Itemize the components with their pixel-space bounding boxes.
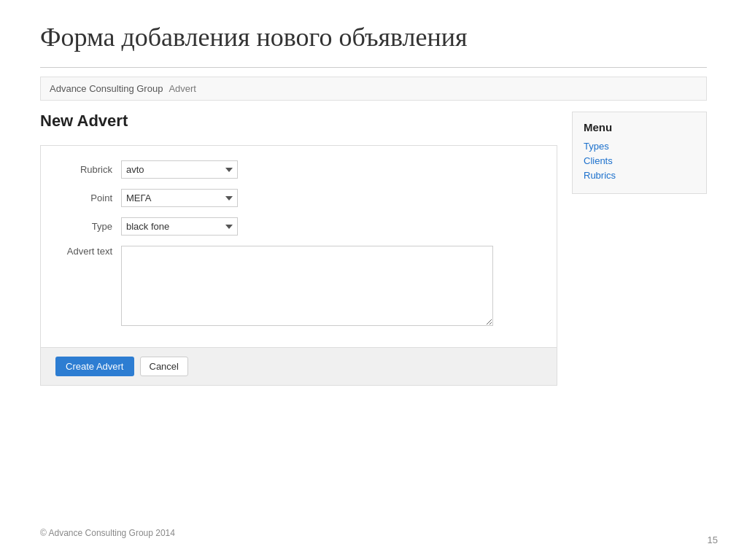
main-wrapper: New Advert Rubrick avto Point МЕГА Type	[40, 101, 707, 397]
form-actions-bar: Create Advert Cancel	[40, 348, 557, 386]
advert-text-group: Advert text	[55, 246, 542, 326]
point-label: Point	[55, 192, 121, 203]
sidebar-panel: Menu Types Clients Rubrics	[572, 101, 707, 397]
nav-current: Advert	[169, 83, 196, 94]
create-advert-button[interactable]: Create Advert	[55, 357, 134, 376]
type-select[interactable]: black fone	[121, 217, 238, 236]
point-select[interactable]: МЕГА	[121, 189, 238, 207]
type-group: Type black fone	[55, 217, 542, 236]
page-number: 15	[708, 534, 718, 545]
rubrick-select[interactable]: avto	[121, 160, 238, 179]
nav-brand[interactable]: Advance Consulting Group	[50, 83, 163, 94]
form-section: Rubrick avto Point МЕГА Type black fone	[40, 145, 557, 348]
form-heading: New Advert	[40, 112, 557, 131]
nav-bar: Advance Consulting Group Advert	[40, 77, 707, 101]
cancel-button[interactable]: Cancel	[140, 357, 188, 376]
sidebar-item-types[interactable]: Types	[584, 141, 695, 152]
rubrick-group: Rubrick avto	[55, 160, 542, 179]
form-panel: New Advert Rubrick avto Point МЕГА Type	[40, 101, 557, 397]
type-label: Type	[55, 221, 121, 232]
advert-text-input[interactable]	[121, 246, 493, 326]
sidebar-menu-title: Menu	[584, 121, 695, 133]
sidebar-box: Menu Types Clients Rubrics	[572, 112, 707, 194]
footer-copyright: © Advance Consulting Group 2014	[40, 528, 175, 538]
point-group: Point МЕГА	[55, 189, 542, 207]
divider	[40, 67, 707, 68]
sidebar-item-clients[interactable]: Clients	[584, 155, 695, 166]
sidebar-item-rubrics[interactable]: Rubrics	[584, 170, 695, 181]
page-title: Форма добавления нового объявления	[0, 0, 747, 67]
rubrick-label: Rubrick	[55, 164, 121, 175]
advert-text-label: Advert text	[55, 246, 121, 257]
